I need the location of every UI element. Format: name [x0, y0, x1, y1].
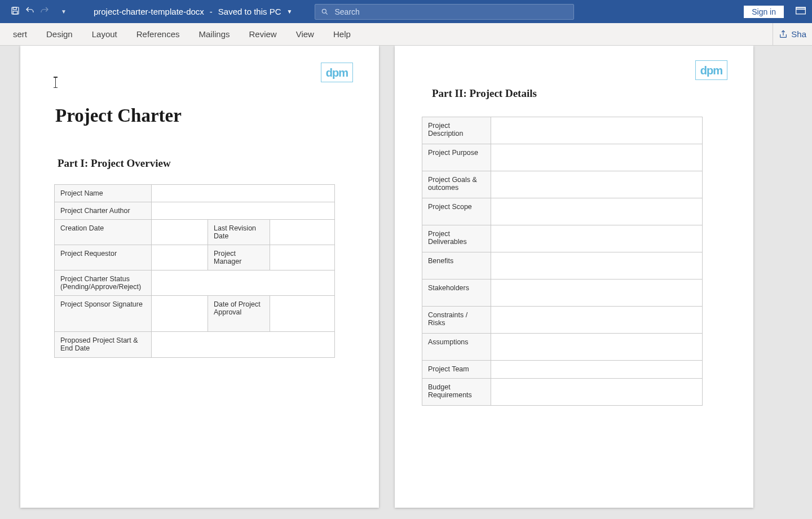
value-constraints[interactable] — [491, 307, 703, 334]
value-purpose[interactable] — [491, 144, 703, 171]
document-heading[interactable]: Project Charter — [55, 105, 351, 126]
details-table[interactable]: Project Description Project Purpose Proj… — [422, 117, 703, 406]
value-requestor[interactable] — [152, 245, 208, 270]
svg-rect-6 — [796, 7, 806, 9]
tab-help[interactable]: Help — [324, 24, 360, 44]
search-icon — [321, 8, 329, 16]
value-scope[interactable] — [491, 198, 703, 225]
table-row: Creation Date Last Revision Date — [55, 220, 335, 245]
value-assumptions[interactable] — [491, 334, 703, 361]
tab-mailings[interactable]: Mailings — [189, 24, 239, 44]
value-approval-date[interactable] — [270, 296, 335, 332]
value-author[interactable] — [152, 202, 335, 220]
label-description[interactable]: Project Description — [422, 117, 491, 144]
value-creation-date[interactable] — [152, 220, 208, 245]
svg-rect-2 — [13, 11, 17, 14]
table-row: Project Charter Status (Pending/Approve/… — [55, 270, 335, 296]
table-row: Project Goals & outcomes — [422, 171, 703, 198]
label-deliverables[interactable]: Project Deliverables — [422, 225, 491, 252]
label-constraints[interactable]: Constraints / Risks — [422, 307, 491, 334]
label-assumptions[interactable]: Assumptions — [422, 334, 491, 361]
document-title[interactable]: project-charter-template-docx - Saved to… — [94, 7, 293, 16]
value-last-revision[interactable] — [270, 220, 335, 245]
ribbon-tabs: sert Design Layout References Mailings R… — [0, 23, 812, 46]
svg-point-3 — [323, 9, 326, 13]
value-benefits[interactable] — [491, 252, 703, 280]
label-purpose[interactable]: Project Purpose — [422, 144, 491, 171]
share-button[interactable]: Sha — [773, 23, 812, 45]
logo-box: dpm — [695, 60, 727, 80]
tab-layout[interactable]: Layout — [82, 24, 127, 44]
label-requestor[interactable]: Project Requestor — [55, 245, 152, 270]
value-start-end[interactable] — [152, 332, 335, 358]
page-2[interactable]: dpm Part II: Project Details Project Des… — [395, 46, 753, 508]
table-row: Benefits — [422, 252, 703, 280]
label-start-end[interactable]: Proposed Project Start & End Date — [55, 332, 152, 358]
value-stakeholders[interactable] — [491, 280, 703, 307]
tab-view[interactable]: View — [286, 24, 324, 44]
table-row: Project Name — [55, 185, 335, 202]
table-row: Project Description — [422, 117, 703, 144]
tab-references[interactable]: References — [127, 24, 189, 44]
signin-button[interactable]: Sign in — [744, 6, 784, 18]
redo-icon[interactable] — [39, 6, 50, 18]
label-scope[interactable]: Project Scope — [422, 198, 491, 225]
undo-icon[interactable] — [25, 6, 35, 18]
label-team[interactable]: Project Team — [422, 361, 491, 379]
label-benefits[interactable]: Benefits — [422, 252, 491, 280]
table-row: Project Sponsor Signature Date of Projec… — [55, 296, 335, 332]
table-row: Proposed Project Start & End Date — [55, 332, 335, 358]
value-sponsor-sig[interactable] — [152, 296, 208, 332]
label-project-name[interactable]: Project Name — [55, 185, 152, 202]
value-goals[interactable] — [491, 171, 703, 198]
filename-text: project-charter-template-docx — [94, 7, 204, 16]
value-status[interactable] — [152, 270, 335, 296]
page-1[interactable]: dpm Project Charter Part I: Project Over… — [20, 46, 379, 508]
search-input[interactable] — [334, 7, 568, 16]
svg-rect-1 — [13, 7, 16, 10]
value-deliverables[interactable] — [491, 225, 703, 252]
value-team[interactable] — [491, 361, 703, 379]
table-row: Project Scope — [422, 198, 703, 225]
text-cursor — [55, 77, 56, 87]
label-stakeholders[interactable]: Stakeholders — [422, 280, 491, 307]
table-row: Constraints / Risks — [422, 307, 703, 334]
separator: - — [210, 7, 213, 16]
label-goals[interactable]: Project Goals & outcomes — [422, 171, 491, 198]
table-row: Budget Requirements — [422, 379, 703, 406]
tab-design[interactable]: Design — [37, 24, 82, 44]
tab-insert[interactable]: sert — [3, 24, 37, 44]
value-description[interactable] — [491, 117, 703, 144]
svg-line-4 — [326, 12, 328, 14]
logo-box: dpm — [321, 63, 353, 82]
overview-table[interactable]: Project Name Project Charter Author Crea… — [54, 184, 335, 358]
save-status-text: Saved to this PC — [218, 7, 281, 16]
section-heading-part2[interactable]: Part II: Project Details — [432, 87, 725, 100]
value-project-name[interactable] — [152, 185, 335, 202]
title-bar: ▼ project-charter-template-docx - Saved … — [0, 0, 812, 23]
table-row: Project Charter Author — [55, 202, 335, 220]
label-creation-date[interactable]: Creation Date — [55, 220, 152, 245]
label-last-revision[interactable]: Last Revision Date — [208, 220, 270, 245]
table-row: Stakeholders — [422, 280, 703, 307]
label-author[interactable]: Project Charter Author — [55, 202, 152, 220]
qat-dropdown-icon[interactable]: ▼ — [61, 8, 67, 15]
share-label: Sha — [791, 29, 806, 39]
label-manager[interactable]: Project Manager — [208, 245, 270, 270]
value-manager[interactable] — [270, 245, 335, 270]
label-approval-date[interactable]: Date of Project Approval — [208, 296, 270, 332]
section-heading-part1[interactable]: Part I: Project Overview — [58, 157, 351, 170]
table-row: Project Requestor Project Manager — [55, 245, 335, 270]
table-row: Project Team — [422, 361, 703, 379]
table-row: Assumptions — [422, 334, 703, 361]
label-sponsor-sig[interactable]: Project Sponsor Signature — [55, 296, 152, 332]
search-box[interactable] — [315, 4, 574, 20]
label-status[interactable]: Project Charter Status (Pending/Approve/… — [55, 270, 152, 296]
value-budget[interactable] — [491, 379, 703, 406]
ribbon-display-icon[interactable] — [795, 6, 806, 17]
tab-review[interactable]: Review — [240, 24, 286, 44]
document-workspace[interactable]: dpm Project Charter Part I: Project Over… — [0, 46, 812, 519]
label-budget[interactable]: Budget Requirements — [422, 379, 491, 406]
save-icon[interactable] — [10, 6, 20, 18]
table-row: Project Purpose — [422, 144, 703, 171]
